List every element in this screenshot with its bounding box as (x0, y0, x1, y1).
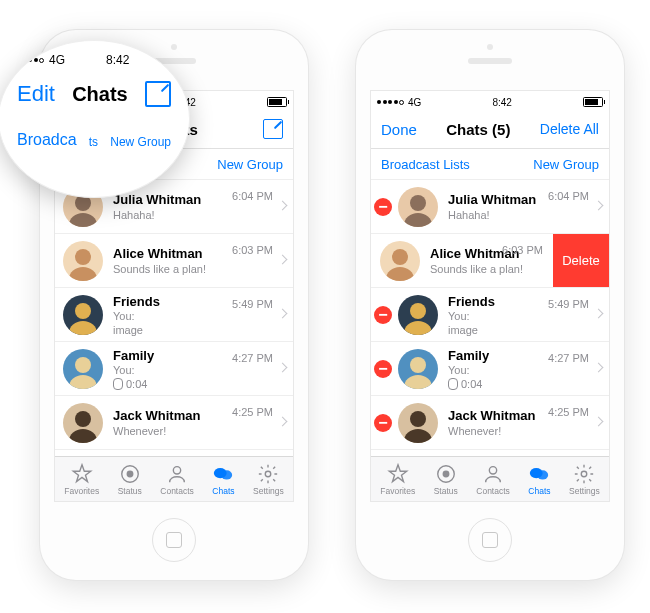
svg-point-47 (443, 471, 449, 477)
svg-point-40 (410, 357, 426, 373)
svg-point-22 (173, 466, 180, 473)
avatar (398, 295, 438, 335)
tab-chats[interactable]: Chats (528, 463, 550, 496)
new-group-link[interactable]: New Group (533, 157, 599, 172)
chat-row[interactable]: FriendsYou:image5:49 PM (55, 288, 293, 342)
tab-settings[interactable]: Settings (569, 463, 600, 496)
chat-time: 4:25 PM (548, 406, 589, 418)
chat-row[interactable]: FamilyYou:0:044:27 PM (55, 342, 293, 396)
tab-contacts[interactable]: Contacts (160, 463, 194, 496)
mag-edit-button[interactable]: Edit (17, 81, 55, 107)
avatar (398, 403, 438, 443)
svg-point-36 (410, 303, 426, 319)
chat-row[interactable]: −FamilyYou:0:044:27 PM (371, 342, 609, 396)
chat-time: 6:04 PM (232, 190, 273, 202)
chat-list-edit: −Julia WhitmanHahaha!6:04 PMAlice Whitma… (371, 180, 609, 456)
avatar (63, 349, 103, 389)
svg-point-10 (75, 303, 91, 319)
svg-point-18 (75, 411, 91, 427)
svg-point-14 (75, 357, 91, 373)
new-group-link[interactable]: New Group (217, 157, 283, 172)
avatar (63, 241, 103, 281)
svg-point-32 (392, 249, 408, 265)
svg-point-21 (127, 471, 133, 477)
svg-point-50 (538, 470, 549, 479)
svg-point-24 (222, 470, 233, 479)
delete-minus-icon[interactable]: − (374, 198, 392, 216)
delete-minus-icon[interactable]: − (374, 306, 392, 324)
broadcast-link[interactable]: Broadcast Lists (381, 157, 470, 172)
chat-row[interactable]: Alice WhitmanSounds like a plan!6:03 PMD… (371, 234, 609, 288)
chat-row[interactable]: −Jack WhitmanWhenever!4:25 PM (371, 396, 609, 450)
mic-icon (113, 378, 123, 390)
chat-time: 4:25 PM (232, 406, 273, 418)
chat-row[interactable]: −Julia WhitmanHahaha!6:04 PM (371, 180, 609, 234)
chat-time: 4:27 PM (548, 352, 589, 364)
svg-point-48 (489, 466, 496, 473)
tab-settings[interactable]: Settings (253, 463, 284, 496)
avatar (398, 349, 438, 389)
tab-favorites[interactable]: Favorites (380, 463, 415, 496)
nav-title: Chats (5) (446, 121, 510, 138)
chat-list: Julia WhitmanHahaha!6:04 PMAlice Whitman… (55, 180, 293, 456)
tab-status[interactable]: Status (118, 463, 142, 496)
svg-point-44 (410, 411, 426, 427)
avatar (63, 403, 103, 443)
chat-time: 6:04 PM (548, 190, 589, 202)
avatar (63, 295, 103, 335)
delete-button[interactable]: Delete (553, 234, 609, 287)
done-button[interactable]: Done (381, 121, 417, 138)
tab-bar: FavoritesStatusContactsChatsSettings (371, 456, 609, 501)
svg-point-51 (582, 471, 588, 477)
svg-point-25 (266, 471, 272, 477)
status-bar: 4G 8:42 (371, 91, 609, 110)
chat-time: 4:27 PM (232, 352, 273, 364)
tab-chats[interactable]: Chats (212, 463, 234, 496)
chat-time: 5:49 PM (548, 298, 589, 310)
chat-time: 6:03 PM (232, 244, 273, 256)
home-button[interactable] (468, 518, 512, 562)
nav-bar: Done Chats (5) Delete All (371, 110, 609, 149)
svg-point-6 (75, 249, 91, 265)
chat-row[interactable]: Alice WhitmanSounds like a plan!6:03 PM (55, 234, 293, 288)
delete-minus-icon[interactable]: − (374, 414, 392, 432)
phone-right: 4G 8:42 Done Chats (5) Delete All Broadc… (356, 30, 624, 580)
mag-title: Chats (72, 83, 128, 106)
avatar (398, 187, 438, 227)
avatar (380, 241, 420, 281)
tab-bar: FavoritesStatusContactsChatsSettings (55, 456, 293, 501)
chat-row[interactable]: −FriendsYou:image5:49 PM (371, 288, 609, 342)
tab-contacts[interactable]: Contacts (476, 463, 510, 496)
chat-row[interactable]: Jack WhitmanWhenever!4:25 PM (55, 396, 293, 450)
mag-compose-icon[interactable] (145, 81, 171, 107)
magnifier: 4G8:42 Edit Chats Broadca ts New Group (0, 40, 190, 198)
compose-icon[interactable] (263, 119, 283, 139)
svg-point-28 (410, 195, 426, 211)
tab-status[interactable]: Status (434, 463, 458, 496)
mic-icon (448, 378, 458, 390)
tab-favorites[interactable]: Favorites (64, 463, 99, 496)
home-button[interactable] (152, 518, 196, 562)
chat-time: 5:49 PM (232, 298, 273, 310)
delete-minus-icon[interactable]: − (374, 360, 392, 378)
delete-all-button[interactable]: Delete All (540, 121, 599, 137)
chat-time: 6:03 PM (502, 244, 543, 256)
